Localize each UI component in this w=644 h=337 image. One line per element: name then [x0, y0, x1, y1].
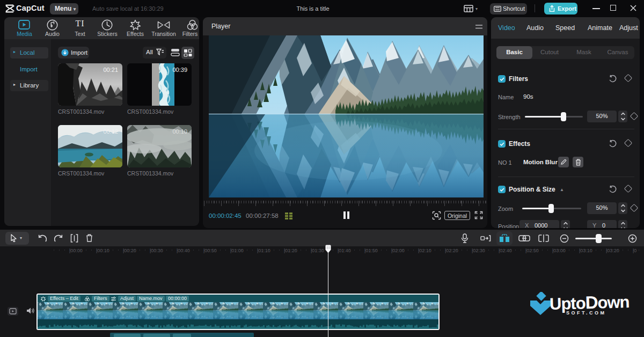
svg-text:00:12: 00:12 — [103, 128, 118, 135]
svg-text:00:21: 00:21 — [103, 67, 118, 73]
svg-text:00:39: 00:39 — [172, 67, 187, 73]
svg-text:00:10: 00:10 — [172, 128, 187, 135]
